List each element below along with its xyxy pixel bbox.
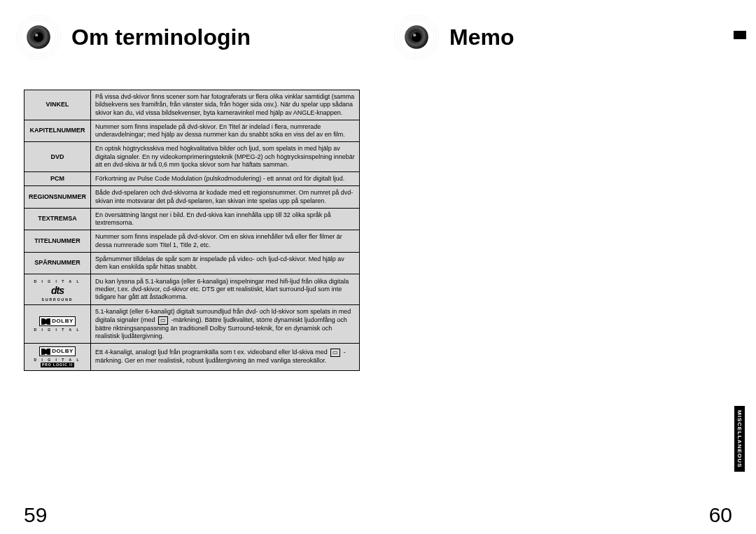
table-row: DVD En optisk högtrycksskiva med högkval… [24, 142, 360, 172]
term-definition: En optisk högtrycksskiva med högkvalitat… [91, 142, 360, 172]
corner-mark-icon [734, 31, 746, 39]
dts-logo-cell: D I G I T A L dts SURROUND [24, 274, 91, 305]
page-right-title: Memo [449, 24, 514, 50]
term-definition: Nummer som finns inspelade på dvd-skivor… [91, 120, 360, 142]
term-label: VINKEL [24, 90, 91, 120]
term-label: TEXTREMSA [24, 208, 91, 230]
term-label: KAPITELNUMMER [24, 120, 91, 142]
table-row: D I G I T A L dts SURROUND Du kan lyssna… [24, 274, 360, 305]
table-row: SPÅRNUMMER Spårnummer tilldelas de spår … [24, 252, 360, 274]
svg-point-11 [413, 34, 416, 36]
dts-mid: dts [51, 285, 64, 297]
dolby-digital-logo-icon: DOLBY D I G I T A L [34, 316, 81, 332]
term-label: REGIONSNUMMER [24, 186, 91, 209]
page-number-left: 59 [24, 503, 47, 527]
dts-logo-icon: D I G I T A L dts SURROUND [34, 279, 81, 302]
dolby-digital-logo-cell: DOLBY D I G I T A L [24, 305, 91, 344]
term-label: PCM [24, 172, 91, 186]
term-label: SPÅRNUMMER [24, 252, 91, 274]
term-definition: Du kan lyssna på 5.1-kanaliga (eller 6-k… [91, 274, 360, 305]
dolby-prologic-logo-icon: DOLBY D I G I T A L PRO LOGIC II [34, 346, 81, 367]
page-left: Om terminologin VINKEL På vissa dvd-skiv… [0, 0, 378, 534]
term-definition: Ett 4-kanaligt, analogt ljud från progra… [91, 344, 360, 371]
side-tab-miscellaneous: MISCELLANEOUS [734, 406, 745, 472]
svg-point-5 [35, 34, 38, 36]
term-label: DVD [24, 142, 91, 172]
page-right-header: Memo [378, 0, 756, 69]
term-definition: En översättning längst ner i bild. En dv… [91, 208, 360, 230]
speaker-icon [392, 13, 441, 62]
term-definition: Både dvd-spelaren och dvd-skivorna är ko… [91, 186, 360, 209]
dolby-d-icon [41, 318, 50, 325]
dolby-brand: DOLBY [52, 318, 74, 325]
speaker-icon [14, 13, 63, 62]
page-left-title: Om terminologin [71, 24, 251, 50]
dolby-sub: D I G I T A L [34, 358, 81, 362]
table-row: TEXTREMSA En översättning längst ner i b… [24, 208, 360, 230]
table-row: DOLBY D I G I T A L 5.1-kanaligt (eller … [24, 305, 360, 344]
term-definition: Spårnummer tilldelas de spår som är insp… [91, 252, 360, 274]
dolby-prologic-logo-cell: DOLBY D I G I T A L PRO LOGIC II [24, 344, 91, 371]
term-definition: Nummer som finns inspelade på dvd-skivor… [91, 230, 360, 253]
dts-top: D I G I T A L [34, 279, 81, 283]
term-definition: Förkortning av Pulse Code Modulation (pu… [91, 172, 360, 186]
table-row: VINKEL På vissa dvd-skivor finns scener … [24, 90, 360, 120]
dolby-d-icon [41, 349, 50, 355]
terminology-table: VINKEL På vissa dvd-skivor finns scener … [24, 90, 360, 371]
dolby-sub2: PRO LOGIC II [41, 363, 74, 367]
table-row: REGIONSNUMMER Både dvd-spelaren och dvd-… [24, 186, 360, 209]
term-label: TITELNUMMER [24, 230, 91, 253]
page-number-right: 60 [709, 503, 732, 527]
svg-point-10 [412, 32, 421, 42]
table-row: PCM Förkortning av Pulse Code Modulation… [24, 172, 360, 186]
dolby-sub: D I G I T A L [34, 328, 81, 332]
table-row: DOLBY D I G I T A L PRO LOGIC II Ett 4-k… [24, 344, 360, 371]
page-right: Memo MISCELLANEOUS 60 [378, 0, 756, 534]
inline-mark-icon: ▭ [158, 316, 168, 325]
table-row: TITELNUMMER Nummer som finns inspelade p… [24, 230, 360, 253]
page-left-header: Om terminologin [0, 0, 378, 69]
term-definition: 5.1-kanaligt (eller 6-kanaligt) digitalt… [91, 305, 360, 344]
table-row: KAPITELNUMMER Nummer som finns inspelade… [24, 120, 360, 142]
definition-pre: Ett 4-kanaligt, analogt ljud från progra… [95, 349, 329, 356]
dolby-brand: DOLBY [52, 348, 74, 355]
inline-mark-icon: ▭ [330, 349, 340, 357]
term-definition: På vissa dvd-skivor finns scener som har… [91, 90, 360, 120]
svg-point-4 [34, 32, 43, 42]
dts-bot: SURROUND [42, 297, 74, 302]
